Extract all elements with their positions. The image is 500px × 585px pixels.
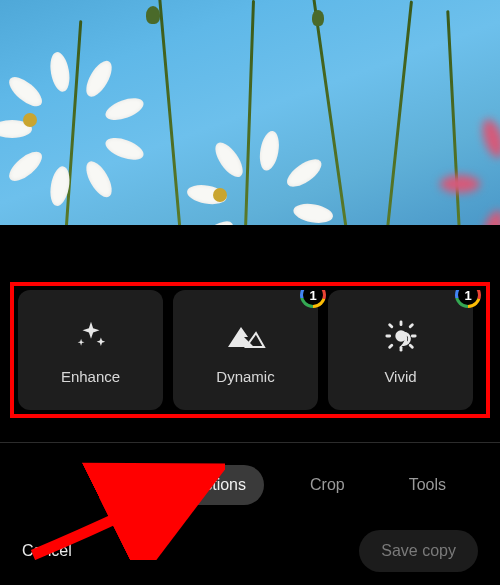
suggestion-label: Dynamic — [216, 368, 274, 385]
sun-icon — [384, 316, 418, 356]
tab-label: Tools — [409, 476, 446, 494]
stem — [244, 0, 255, 225]
save-copy-button[interactable]: Save copy — [359, 530, 478, 572]
suggestion-label: Enhance — [61, 368, 120, 385]
tab-label: Crop — [310, 476, 345, 494]
tab-tools[interactable]: Tools — [391, 466, 464, 504]
editor-tabs: Suggestions Crop Tools — [0, 460, 500, 510]
photo-preview — [0, 0, 500, 225]
bud — [312, 10, 324, 26]
suggestion-row[interactable]: Enhance 1 Dynamic 1 — [18, 290, 482, 410]
svg-line-6 — [410, 324, 412, 326]
stem — [311, 0, 347, 225]
bottom-bar: Cancel Save copy — [0, 523, 500, 585]
sparkle-small-icon — [134, 475, 150, 495]
suggestion-label: Vivid — [384, 368, 416, 385]
sparkle-icon — [74, 316, 108, 356]
svg-line-7 — [389, 345, 391, 347]
stem — [386, 0, 413, 225]
suggestion-dynamic[interactable]: 1 Dynamic — [173, 290, 318, 410]
google-one-badge: 1 — [300, 290, 326, 308]
stem — [65, 20, 83, 225]
google-one-badge: 1 — [455, 290, 481, 308]
tab-suggestions[interactable]: Suggestions — [116, 465, 264, 505]
suggestion-vivid[interactable]: 1 Vivid — [328, 290, 473, 410]
mountain-icon — [226, 316, 266, 356]
suggestion-enhance[interactable]: Enhance — [18, 290, 163, 410]
tab-crop[interactable]: Crop — [292, 466, 363, 504]
tab-label: Suggestions — [158, 476, 246, 494]
divider — [0, 442, 500, 443]
svg-line-5 — [389, 324, 391, 326]
stem — [158, 0, 182, 225]
cancel-button[interactable]: Cancel — [22, 542, 72, 560]
svg-line-8 — [410, 345, 412, 347]
bud — [146, 6, 160, 24]
